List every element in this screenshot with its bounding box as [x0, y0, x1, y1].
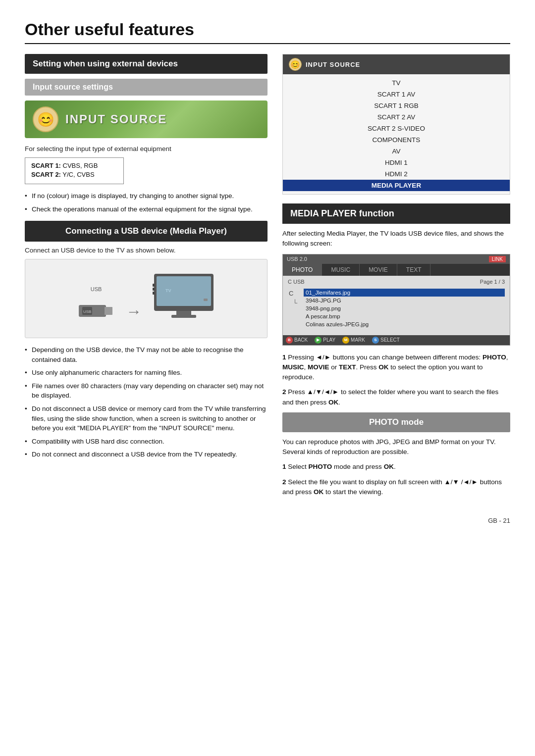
svg-rect-8	[153, 284, 155, 287]
input-source-description: For selecting the input type of external…	[25, 145, 268, 152]
menu-item-scart1av: SCART 1 AV	[283, 89, 510, 100]
mp-btn-select-circle: S	[372, 337, 379, 344]
page-number: GB - 21	[25, 517, 510, 524]
page-title: Other useful features	[25, 20, 510, 44]
right-column: 😊 INPUT SOURCE TV SCART 1 AV SCART 1 RGB…	[282, 54, 510, 502]
media-player-header: MEDIA PLAYER function	[282, 203, 510, 224]
section-header-external-devices: Setting when using external devices	[25, 54, 268, 74]
section-header-input-source: Input source settings	[25, 79, 268, 96]
menu-item-mediaplayer: MEDIA PLAYER	[283, 180, 510, 191]
usb-stick-svg: USB	[76, 296, 116, 326]
section-header-usb: Connecting a USB device (Media Player)	[25, 221, 268, 242]
mp-file-4: A pescar.bmp	[304, 312, 505, 320]
photo-mode-step2: 2 Select the file you want to display on…	[282, 477, 510, 498]
mp-btn-mark: M MARK	[342, 337, 365, 344]
mp-btn-back-label: BACK	[294, 337, 308, 343]
mp-btn-back-circle: B	[286, 337, 293, 344]
menu-item-hdmi1: HDMI 1	[283, 157, 510, 168]
mp-file-5: Colinas azules-JPEG.jpg	[304, 320, 505, 328]
usb-bullet-5: Compatibility with USB hard disc connect…	[25, 437, 268, 447]
mp-btn-play-circle: ▶	[315, 337, 321, 344]
svg-text:TV: TV	[165, 288, 171, 293]
menu-header: 😊 INPUT SOURCE	[283, 54, 510, 74]
menu-item-tv: TV	[283, 77, 510, 89]
mp-path: C USB	[288, 279, 305, 285]
scart1-info: SCART 1: CVBS, RGB	[31, 162, 117, 169]
svg-rect-1	[105, 307, 112, 315]
usb-bullets: Depending on the USB device, the TV may …	[25, 345, 268, 459]
mp-btn-mark-circle: M	[342, 337, 349, 344]
svg-rect-5	[157, 276, 211, 306]
bullet-item: Check the operations manual of the exter…	[25, 204, 268, 214]
photo-mode-header: PHOTO mode	[282, 412, 510, 432]
photo-mode-description: You can reproduce photos with JPG, JPEG …	[282, 437, 510, 457]
mp-btn-select: S SELECT	[372, 337, 400, 344]
step2-num: 2	[282, 388, 286, 396]
mp-page-info: Page 1 / 3	[480, 279, 505, 287]
mp-btn-mark-label: MARK	[351, 337, 365, 343]
scart2-info: SCART 2: Y/C, CVBS	[31, 171, 117, 178]
mp-tab-music: MUSIC	[322, 264, 360, 276]
mp-btn-play-label: PLAY	[323, 337, 335, 343]
usb-bullet-6: Do not connect and disconnect a USB devi…	[25, 450, 268, 459]
menu-item-scart2av: SCART 2 AV	[283, 111, 510, 123]
usb-connection-diagram: USB USB →	[25, 259, 268, 338]
mp-file-list: 01_Jlemifares.jpg 3948-JPG.PG 3948-png.p…	[304, 289, 505, 328]
mp-topbar-usb: USB 2.0	[287, 256, 307, 262]
mp-btn-select-label: SELECT	[380, 337, 400, 343]
menu-header-label: INPUT SOURCE	[306, 61, 360, 68]
tv-diagram-group: TV	[152, 271, 216, 326]
mp-content: C USB Page 1 / 3 C └ 01_Jlemifares.jpg 3…	[283, 276, 510, 335]
mp-file-1: 01_Jlemifares.jpg	[304, 289, 505, 297]
mp-topbar: USB 2.0 LINK	[283, 254, 510, 264]
left-column: Setting when using external devices Inpu…	[25, 54, 268, 502]
mp-folder-col: C └	[288, 289, 300, 328]
input-source-menu: 😊 INPUT SOURCE TV SCART 1 AV SCART 1 RGB…	[282, 54, 510, 195]
tv-svg: TV	[152, 271, 216, 326]
menu-item-components: COMPONENTS	[283, 134, 510, 146]
mp-tab-photo: PHOTO	[283, 264, 322, 276]
usb-description: Connect an USB device to the TV as shown…	[25, 247, 268, 254]
usb-bullet-4: Do not disconnect a USB device or memory…	[25, 404, 268, 433]
menu-item-av: AV	[283, 146, 510, 157]
menu-item-hdmi2: HDMI 2	[283, 168, 510, 180]
media-player-text1: 1 Pressing ◄/► buttons you can change be…	[282, 353, 510, 383]
usb-bullet-3: File names over 80 characters (may vary …	[25, 381, 268, 401]
photo-mode-step1: 1 Select PHOTO mode and press OK.	[282, 462, 510, 472]
svg-rect-9	[153, 288, 155, 291]
mp-tab-text: TEXT	[397, 264, 431, 276]
svg-rect-10	[153, 292, 155, 295]
mp-bottombar: B BACK ▶ PLAY M MARK S SELECT	[283, 335, 510, 345]
mp-btn-back: B BACK	[286, 337, 308, 344]
media-player-screen: USB 2.0 LINK PHOTO MUSIC MOVIE TEXT C US…	[282, 254, 510, 346]
svg-rect-7	[171, 315, 196, 318]
usb-device-group: USB USB	[76, 286, 116, 326]
mp-topbar-link: LINK	[489, 256, 506, 262]
mp-tab-movie: MOVIE	[360, 264, 397, 276]
bullet-item: If no (colour) image is displayed, try c…	[25, 191, 268, 201]
menu-item-scart1rgb: SCART 1 RGB	[283, 100, 510, 111]
media-player-description: After selecting Media Player, the TV loa…	[282, 229, 510, 249]
mp-folder-c: C	[288, 289, 300, 298]
svg-rect-6	[176, 311, 191, 315]
input-source-banner: 😊 INPUT SOURCE	[25, 101, 268, 138]
usb-tv-illustration: USB USB →	[76, 271, 216, 326]
input-source-banner-label: INPUT SOURCE	[65, 112, 167, 126]
mp-btn-play: ▶ PLAY	[315, 337, 335, 344]
usb-label: USB	[91, 286, 102, 292]
input-source-bullets: If no (colour) image is displayed, try c…	[25, 191, 268, 214]
mp-tabs: PHOTO MUSIC MOVIE TEXT	[283, 264, 510, 276]
mp-file-2: 3948-JPG.PG	[304, 297, 505, 304]
mp-file-3: 3948-png.png	[304, 304, 505, 312]
usb-bullet-2: Use only alphanumeric characters for nam…	[25, 368, 268, 378]
arrow-icon: →	[126, 302, 142, 321]
usb-bullet-1: Depending on the USB device, the TV may …	[25, 345, 268, 364]
scart-info-box: SCART 1: CVBS, RGB SCART 2: Y/C, CVBS	[25, 157, 124, 184]
menu-items-list: TV SCART 1 AV SCART 1 RGB SCART 2 AV SCA…	[283, 74, 510, 194]
menu-smiley-icon: 😊	[289, 58, 302, 71]
svg-rect-11	[204, 299, 208, 301]
media-player-text2: 2 Press ▲/▼/◄/► to select the folder whe…	[282, 387, 510, 407]
mp-folder-sub: └	[292, 298, 300, 307]
step1-num: 1	[282, 353, 286, 361]
svg-text:USB: USB	[83, 309, 91, 314]
